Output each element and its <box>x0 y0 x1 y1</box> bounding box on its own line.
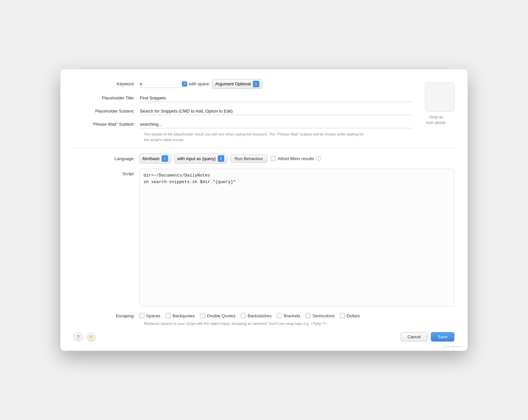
top-section: Keyword: with space Argument Optional Pl… <box>74 79 454 134</box>
help-button[interactable]: ? <box>74 332 83 342</box>
with-input-dropdown[interactable]: with input as {query} <box>174 154 227 163</box>
cancel-button[interactable]: Cancel <box>401 332 428 342</box>
escaping-item-semicolons[interactable]: Semicolons <box>306 313 335 318</box>
escaping-item-double-quotes[interactable]: Double Quotes <box>200 313 235 318</box>
with-space-checkbox[interactable] <box>182 81 187 87</box>
escaping-label: Escaping: <box>74 313 139 318</box>
escaping-checkbox-double-quotes[interactable] <box>200 313 205 318</box>
escaping-checkbox-spaces[interactable] <box>139 313 144 318</box>
footer: ? 📁 Cancel Save <box>74 332 454 342</box>
with-space-checkbox-label[interactable]: with space <box>182 81 209 87</box>
with-input-dropdown-icon <box>218 155 224 162</box>
keyword-row: Keyword: with space Argument Optional <box>74 79 412 89</box>
alfred-filters-label[interactable]: Alfred filters results i <box>271 156 321 161</box>
placeholder-subtext-input[interactable] <box>139 107 412 115</box>
escaping-checkbox-backslashes[interactable] <box>241 313 246 318</box>
escaping-label-backquotes: Backquotes <box>172 313 195 318</box>
language-row: Language: /bin/bash with input as {query… <box>74 154 454 163</box>
please-wait-row: "Please Wait" Subtext: <box>74 120 412 128</box>
keyword-content: with space Argument Optional <box>139 79 412 89</box>
icon-drop-area[interactable] <box>425 82 454 112</box>
language-dropdown-value: /bin/bash <box>142 156 160 161</box>
alfred-filters-checkbox[interactable] <box>271 156 276 161</box>
top-fields: Keyword: with space Argument Optional Pl… <box>74 79 412 134</box>
keyword-label: Keyword: <box>74 81 139 86</box>
watermark: CSDN-@maray <box>442 345 462 348</box>
argument-dropdown[interactable]: Argument Optional <box>212 79 262 89</box>
escaping-checkbox-semicolons[interactable] <box>306 313 311 318</box>
folder-icon: 📁 <box>89 334 94 339</box>
footer-right: Cancel Save <box>401 332 454 342</box>
with-input-dropdown-value: with input as {query} <box>177 156 216 161</box>
placeholder-title-label: Placeholder Title: <box>74 95 139 100</box>
language-dropdown[interactable]: /bin/bash <box>139 154 171 163</box>
with-space-label: with space <box>189 81 209 86</box>
escaping-row: Escaping: SpacesBackquotesDouble QuotesB… <box>74 313 454 318</box>
placeholder-title-input[interactable] <box>139 94 412 102</box>
please-wait-input[interactable] <box>139 120 412 128</box>
escaping-item-dollars[interactable]: Dollars <box>340 313 360 318</box>
escaping-label-dollars: Dollars <box>347 313 360 318</box>
placeholder-subtext-row: Placeholder Subtext: <box>74 107 412 115</box>
dialog: Keyword: with space Argument Optional Pl… <box>60 69 468 351</box>
script-label: Script: <box>74 169 139 176</box>
escaping-item-backslashes[interactable]: Backslashes <box>241 313 272 318</box>
alfred-filters-text: Alfred filters results <box>278 156 314 161</box>
argument-dropdown-value: Argument Optional <box>215 81 251 86</box>
language-dropdown-icon <box>162 155 168 162</box>
escaping-item-spaces[interactable]: Spaces <box>139 313 160 318</box>
placeholder-subtext-content <box>139 107 412 115</box>
footer-left: ? 📁 <box>74 332 96 342</box>
run-behaviour-button[interactable]: Run Behaviour <box>231 155 267 163</box>
escaping-label-spaces: Spaces <box>146 313 160 318</box>
escaping-checkbox-backquotes[interactable] <box>165 313 171 318</box>
keyword-input[interactable] <box>139 80 179 88</box>
script-row: Script: dir=~/Documents/DailyNotes sh se… <box>74 169 454 306</box>
escaping-options: SpacesBackquotesDouble QuotesBackslashes… <box>139 313 360 318</box>
escaping-label-brackets: Brackets <box>284 313 300 318</box>
escaping-checkbox-brackets[interactable] <box>277 313 282 318</box>
escaping-label-backslashes: Backslashes <box>248 313 272 318</box>
script-textarea[interactable]: dir=~/Documents/DailyNotes sh search-sni… <box>139 169 454 306</box>
placeholder-title-content <box>139 94 412 102</box>
argument-dropdown-icon <box>253 81 259 87</box>
save-button[interactable]: Save <box>431 332 454 342</box>
please-wait-content <box>139 120 412 128</box>
icon-drop-text: Drop anicon above. <box>426 115 446 126</box>
divider <box>74 148 454 148</box>
placeholder-title-row: Placeholder Title: <box>74 94 412 102</box>
escaping-checkbox-dollars[interactable] <box>340 313 345 318</box>
alfred-filters-info-icon[interactable]: i <box>316 156 321 161</box>
folder-button[interactable]: 📁 <box>87 332 96 342</box>
please-wait-label: "Please Wait" Subtext: <box>74 122 139 127</box>
escaping-item-brackets[interactable]: Brackets <box>277 313 300 318</box>
hint-text: The details of the placeholder result yo… <box>144 132 367 143</box>
escaping-item-backquotes[interactable]: Backquotes <box>165 313 195 318</box>
placeholder-subtext-label: Placeholder Subtext: <box>74 109 139 114</box>
escaping-hint: Replaces {query} in your script with the… <box>144 322 454 326</box>
escaping-label-semicolons: Semicolons <box>313 313 335 318</box>
language-label: Language: <box>74 156 139 161</box>
escaping-label-double-quotes: Double Quotes <box>207 313 235 318</box>
